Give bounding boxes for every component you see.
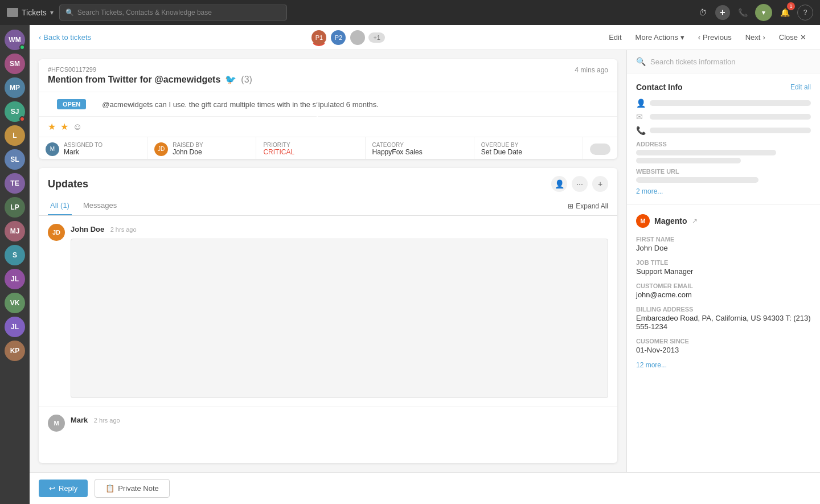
search-icon-rs: 🔍	[636, 57, 646, 66]
user-avatar[interactable]: ▾	[755, 4, 772, 21]
app-dropdown-icon[interactable]: ▾	[50, 9, 54, 17]
category-field: category HappyFox Sales	[366, 137, 474, 159]
contact-info-section: Contact Info Edit all 👤 ✉ 📞	[627, 73, 820, 205]
magento-more-link[interactable]: 12 more...	[636, 361, 811, 369]
reply-bar: ↩ Reply 📋 Private Note	[30, 472, 820, 504]
status-dot	[19, 44, 25, 50]
tab-messages[interactable]: Messages	[81, 196, 119, 215]
ticket-message: @acmewidgets can I use. the gift card mu…	[102, 100, 379, 109]
back-to-tickets-link[interactable]: ‹ Back to tickets	[39, 33, 91, 42]
sidebar-item-kp[interactable]: KP	[5, 341, 25, 361]
phone-button[interactable]: 📞	[735, 5, 751, 21]
phone-icon: 📞	[636, 126, 645, 135]
add-update-user-icon[interactable]: 👤	[551, 176, 567, 192]
contact-name-field: 👤	[636, 99, 811, 108]
svg-rect-0	[7, 8, 18, 10]
magento-jobtitle-field: Job Title Support Manager	[636, 259, 811, 276]
since-value: 01-Nov-2013	[636, 346, 811, 354]
expand-icon: ⊞	[568, 202, 573, 210]
sidebar-item-jl2[interactable]: JL	[5, 317, 25, 337]
svg-rect-1	[7, 11, 15, 13]
global-search-input[interactable]	[77, 9, 281, 17]
reply-button[interactable]: ↩ Reply	[39, 480, 88, 497]
previous-button[interactable]: ‹ Previous	[694, 31, 736, 44]
phone-bar	[650, 128, 811, 133]
global-search[interactable]: 🔍	[59, 5, 287, 21]
participants-more-badge[interactable]: +1	[368, 32, 385, 43]
sidebar-item-te[interactable]: TE	[5, 173, 25, 194]
person-icon: 👤	[636, 99, 645, 108]
ticket-main-content: #HFCS00117299 Mention from Twitter for @…	[30, 50, 626, 472]
sidebar-item-mj[interactable]: MJ	[5, 221, 25, 241]
entry-content-1: John Doe 2 hrs ago	[71, 224, 608, 398]
toggle-field[interactable]	[583, 137, 617, 159]
updates-more-icon[interactable]: ···	[572, 176, 588, 192]
next-button[interactable]: Next ›	[741, 31, 770, 44]
jobtitle-value: Support Manager	[636, 267, 811, 276]
star-filled-icon-2[interactable]: ★	[60, 121, 68, 132]
sidebar-item-s[interactable]: S	[5, 245, 25, 265]
jobtitle-label: Job Title	[636, 259, 811, 266]
entry-content-2: Mark 2 hrs ago	[71, 415, 608, 459]
star-filled-icon[interactable]: ★	[48, 121, 56, 132]
sidebar-item-sm[interactable]: SM	[5, 54, 25, 74]
toggle-switch[interactable]	[590, 144, 610, 155]
name-bar	[650, 100, 811, 106]
sidebar-item-mp[interactable]: MP	[5, 77, 25, 98]
sidebar-item-lp[interactable]: LP	[5, 197, 25, 218]
participant-avatar-2[interactable]: P2	[330, 29, 347, 46]
edit-button[interactable]: Edit	[604, 31, 626, 44]
ticket-time: 4 mins ago	[575, 66, 608, 74]
address-label: ADDRESS	[636, 141, 811, 147]
chevron-left-icon-nav: ‹	[698, 33, 700, 42]
update-entry-2: M Mark 2 hrs ago	[39, 407, 617, 463]
expand-all-button[interactable]: ⊞ Expand All	[568, 196, 608, 215]
close-button[interactable]: Close ✕	[774, 31, 811, 44]
address-bar-2	[636, 158, 741, 163]
update-entry-1: JD John Doe 2 hrs ago	[39, 216, 617, 407]
app-logo[interactable]: Tickets ▾	[7, 8, 54, 17]
website-label: Website Url	[636, 168, 811, 175]
sidebar-item-vk[interactable]: VK	[5, 293, 25, 313]
updates-header: Updates 👤 ··· +	[39, 168, 617, 192]
contact-email-field: ✉	[636, 112, 811, 121]
billing-label: Billing Address	[636, 306, 811, 313]
firstname-label: FIRST NAME	[636, 236, 811, 243]
timer-button[interactable]: ⏱	[695, 5, 711, 21]
entry-time-1: 2 hrs ago	[110, 226, 137, 233]
notification-badge[interactable]: 🔔 1	[777, 5, 793, 21]
firstname-value: John Doe	[636, 244, 811, 252]
sidebar-item-jl1[interactable]: JL	[5, 269, 25, 289]
emoji-button[interactable]: ☺	[73, 122, 82, 132]
updates-tabs: All (1) Messages ⊞ Expand All	[39, 196, 617, 216]
note-icon: 📋	[105, 484, 114, 493]
sidebar-item-l[interactable]: L	[5, 125, 25, 146]
participant-avatar-1[interactable]: P1	[310, 29, 327, 46]
ticket-header-bar: ‹ Back to tickets P1 P2 +1 Edit More Act…	[30, 25, 820, 50]
nav-icons: ⏱ + 📞 ▾ 🔔 1 ?	[695, 4, 813, 21]
private-note-button[interactable]: 📋 Private Note	[95, 479, 170, 498]
ticket-nav-actions: Edit More Actions ▾ ‹ Previous Next › Cl…	[604, 31, 811, 44]
sidebar-item-wm[interactable]: WM	[5, 30, 25, 50]
rs-search-bar[interactable]: 🔍	[627, 50, 820, 73]
sidebar-item-sj[interactable]: SJ	[5, 101, 25, 122]
rs-search-input[interactable]	[650, 58, 811, 66]
sidebar-item-sl[interactable]: SL	[5, 149, 25, 170]
magento-icon: M	[636, 214, 650, 228]
help-button[interactable]: ?	[797, 5, 813, 21]
contact-more-link[interactable]: 2 more...	[636, 187, 811, 195]
add-button[interactable]: +	[715, 5, 730, 20]
contact-edit-all-link[interactable]: Edit all	[790, 83, 811, 91]
assigned-to-field: M assigned to Mark	[39, 137, 147, 159]
ticket-meta-bar: M assigned to Mark JD raised by John Doe	[39, 137, 617, 159]
external-link-icon[interactable]: ↗	[692, 217, 698, 225]
add-update-icon[interactable]: +	[592, 176, 608, 192]
custEmail-value: john@acme.com	[636, 290, 811, 299]
top-nav: Tickets ▾ 🔍 ⏱ + 📞 ▾ 🔔 1 ?	[0, 0, 820, 25]
entry-avatar-jd: JD	[48, 224, 65, 241]
overdue-field: overdue by Set Due Date	[474, 137, 583, 159]
contact-address-block: ADDRESS	[636, 141, 811, 163]
tab-all[interactable]: All (1)	[48, 196, 72, 215]
entry-body-2	[71, 425, 608, 459]
more-actions-button[interactable]: More Actions ▾	[631, 31, 689, 44]
